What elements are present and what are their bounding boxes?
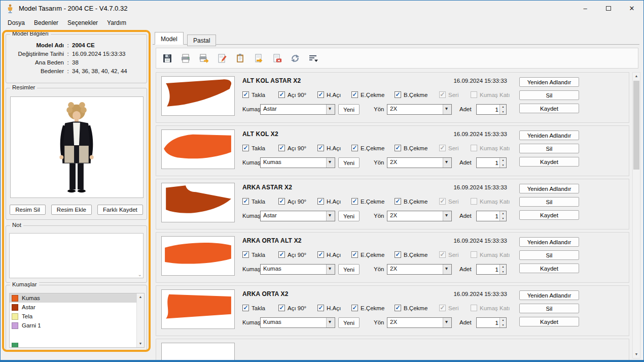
new-fabric-button[interactable]: Yeni	[338, 211, 360, 221]
list-item[interactable]: Astar	[10, 303, 144, 312]
note-input[interactable]	[9, 233, 144, 278]
list-item[interactable]: Garni 1	[10, 321, 144, 330]
maximize-button[interactable]	[597, 1, 620, 16]
direction-select[interactable]: 2X	[387, 104, 452, 115]
piece-thumbnail[interactable]	[161, 289, 235, 329]
save-button[interactable]: Kaydet	[519, 210, 579, 220]
piece-thumbnail[interactable]	[161, 236, 235, 276]
checkbox-e-cekme[interactable]: E.Çekme	[351, 145, 384, 151]
new-fabric-button[interactable]: Yeni	[338, 104, 360, 115]
delete-button[interactable]: Sil	[519, 304, 579, 313]
quantity-input[interactable]	[477, 158, 500, 168]
checkbox-takla[interactable]: Takla	[242, 198, 265, 205]
new-fabric-button[interactable]: Yeni	[338, 264, 360, 275]
quantity-input[interactable]	[477, 318, 500, 327]
delete-button[interactable]: Sil	[519, 90, 579, 100]
print-preview-icon[interactable]	[198, 52, 210, 64]
save-icon[interactable]	[161, 52, 173, 64]
fabric-select[interactable]: Kumas	[260, 317, 335, 328]
checkbox-takla[interactable]: Takla	[242, 251, 265, 258]
checkbox-h-aci[interactable]: H.Açı	[317, 145, 341, 151]
rename-button[interactable]: Yeniden Adlandır	[519, 77, 579, 87]
direction-select[interactable]: 2X	[387, 264, 452, 275]
quantity-input[interactable]	[477, 265, 500, 274]
spin-up-icon[interactable]	[500, 265, 506, 270]
minimize-button[interactable]: –	[574, 1, 597, 16]
menu-dosya[interactable]: Dosya	[3, 17, 29, 28]
checkbox-aci-90[interactable]: Açı 90°	[278, 145, 306, 151]
menu-secenekler[interactable]: Seçenekler	[63, 17, 102, 28]
paste-icon[interactable]	[234, 52, 246, 64]
fabric-select[interactable]: Astar	[260, 211, 335, 221]
piece-thumbnail[interactable]	[161, 76, 235, 116]
checkbox-aci-90[interactable]: Açı 90°	[278, 91, 306, 98]
checkbox-b-cekme[interactable]: B.Çekme	[395, 198, 427, 205]
quantity-stepper[interactable]	[476, 157, 507, 168]
checkbox-b-cekme[interactable]: B.Çekme	[395, 305, 427, 311]
quantity-stepper[interactable]	[476, 264, 507, 275]
save-button[interactable]: Kaydet	[519, 157, 579, 167]
checkbox-takla[interactable]: Takla	[242, 305, 265, 311]
checkbox-h-aci[interactable]: H.Açı	[317, 91, 341, 98]
fabric-select[interactable]: Kumas	[260, 157, 335, 168]
scroll-down-icon[interactable]	[137, 340, 144, 347]
checkbox-aci-90[interactable]: Açı 90°	[278, 198, 306, 205]
checkbox-aci-90[interactable]: Açı 90°	[278, 251, 306, 258]
spinner-buttons[interactable]	[499, 211, 506, 221]
list-item[interactable]: Kumas	[10, 293, 144, 303]
close-button[interactable]: ✕	[620, 1, 643, 16]
checkbox-e-cekme[interactable]: E.Çekme	[351, 251, 384, 258]
quantity-stepper[interactable]	[476, 317, 507, 328]
quantity-input[interactable]	[477, 105, 500, 114]
quantity-input[interactable]	[477, 211, 500, 221]
edit-icon[interactable]	[216, 52, 228, 64]
spin-up-icon[interactable]	[500, 211, 506, 216]
menu-bedenler[interactable]: Bedenler	[29, 17, 63, 28]
list-item[interactable]	[10, 343, 31, 347]
direction-select[interactable]: 2X	[387, 157, 452, 168]
image-delete-button[interactable]: Resim Sil	[10, 205, 46, 215]
save-button[interactable]: Kaydet	[519, 264, 579, 273]
list-menu-icon[interactable]	[307, 52, 319, 64]
import-icon[interactable]	[253, 52, 265, 64]
image-add-button[interactable]: Resim Ekle	[51, 205, 92, 215]
spinner-buttons[interactable]	[499, 265, 506, 274]
checkbox-takla[interactable]: Takla	[242, 91, 265, 98]
vertical-scrollbar[interactable]	[632, 72, 640, 358]
delete-button[interactable]: Sil	[519, 250, 579, 260]
checkbox-b-cekme[interactable]: B.Çekme	[395, 91, 427, 98]
save-button[interactable]: Kaydet	[519, 104, 579, 113]
spinner-buttons[interactable]	[499, 318, 506, 327]
spinner-buttons[interactable]	[499, 158, 506, 168]
checkbox-aci-90[interactable]: Açı 90°	[278, 305, 306, 311]
fabric-select[interactable]: Astar	[260, 104, 335, 115]
direction-select[interactable]: 2X	[387, 211, 452, 221]
rename-button[interactable]: Yeniden Adlandır	[519, 130, 579, 140]
delete-button[interactable]: Sil	[519, 197, 579, 207]
chevron-down-icon[interactable]: ⌄	[138, 272, 142, 277]
scroll-up-icon[interactable]	[137, 293, 144, 301]
quantity-stepper[interactable]	[476, 104, 507, 115]
refresh-icon[interactable]	[289, 52, 301, 64]
checkbox-h-aci[interactable]: H.Açı	[317, 305, 341, 311]
spin-down-icon[interactable]	[500, 110, 506, 115]
checkbox-h-aci[interactable]: H.Açı	[317, 198, 341, 205]
delete-import-icon[interactable]	[271, 52, 283, 64]
scroll-down-icon[interactable]	[633, 351, 640, 358]
new-fabric-button[interactable]: Yeni	[338, 317, 360, 328]
checkbox-b-cekme[interactable]: B.Çekme	[395, 145, 427, 151]
checkbox-b-cekme[interactable]: B.Çekme	[395, 251, 427, 258]
checkbox-h-aci[interactable]: H.Açı	[317, 251, 341, 258]
fabric-list-scrollbar[interactable]	[136, 293, 144, 347]
spin-up-icon[interactable]	[500, 318, 506, 323]
rename-button[interactable]: Yeniden Adlandır	[519, 237, 579, 247]
spin-down-icon[interactable]	[500, 216, 506, 221]
spin-up-icon[interactable]	[500, 105, 506, 110]
scrollbar-thumb[interactable]	[633, 81, 639, 170]
direction-select[interactable]: 2X	[387, 317, 452, 328]
fabric-select[interactable]: Kumas	[260, 264, 335, 275]
checkbox-e-cekme[interactable]: E.Çekme	[351, 198, 384, 205]
scroll-up-icon[interactable]	[633, 73, 640, 80]
list-item[interactable]: Tela	[10, 312, 144, 321]
checkbox-e-cekme[interactable]: E.Çekme	[351, 91, 384, 98]
